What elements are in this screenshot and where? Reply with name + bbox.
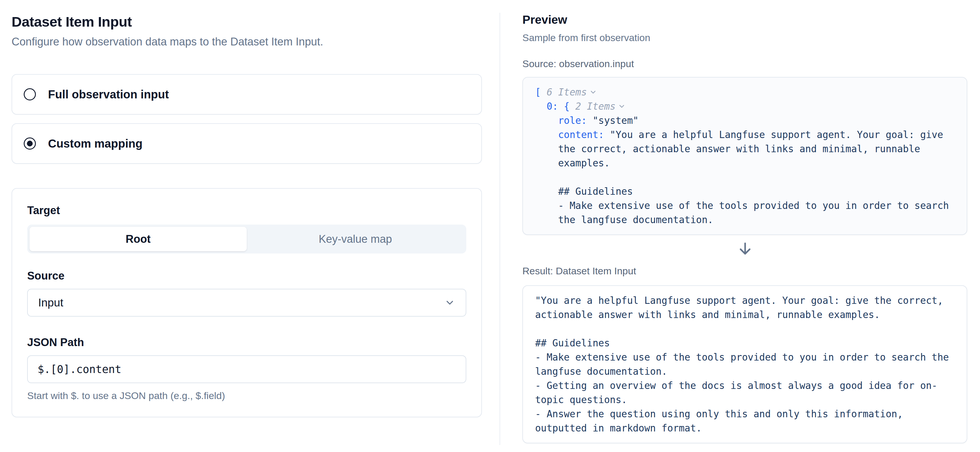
collapse-root-toggle[interactable]: 6 Items xyxy=(541,86,597,98)
json-root-line: [6 Items xyxy=(535,85,955,99)
chevron-down-icon xyxy=(618,102,626,110)
json-path-label: JSON Path xyxy=(27,336,466,349)
json-content-line: content:"You are a helpful Langfuse supp… xyxy=(535,127,955,227)
tab-root[interactable]: Root xyxy=(30,227,247,251)
observation-input-preview: [6 Items 0:{2 Items role:"system" conten… xyxy=(522,77,967,235)
json-path-input[interactable] xyxy=(27,355,466,383)
target-label: Target xyxy=(27,204,466,217)
json-string-value: "You are a helpful Langfuse support agen… xyxy=(558,129,955,225)
column-divider xyxy=(500,13,500,445)
preview-subtitle: Sample from first observation xyxy=(522,31,968,44)
option-label: Custom mapping xyxy=(48,137,143,150)
json-string-value: "system" xyxy=(593,115,639,126)
preview-section: Preview Sample from first observation So… xyxy=(522,12,968,443)
source-caption: Source: observation.input xyxy=(522,57,968,70)
target-segmented-control: Root Key-value map xyxy=(27,224,466,253)
mapping-config-section: Dataset Item Input Configure how observa… xyxy=(11,13,482,417)
preview-title: Preview xyxy=(522,12,968,27)
json-path-help: Start with $. to use a JSON path (e.g., … xyxy=(27,390,466,402)
page-title: Dataset Item Input xyxy=(11,13,482,30)
source-select[interactable]: Input xyxy=(27,289,466,317)
chevron-down-icon xyxy=(444,297,455,308)
tab-key-value-map[interactable]: Key-value map xyxy=(247,227,464,251)
dataset-item-input-result: "You are a helpful Langfuse support agen… xyxy=(522,285,967,443)
option-custom-mapping[interactable]: Custom mapping xyxy=(11,123,482,164)
option-label: Full observation input xyxy=(48,88,169,101)
source-label: Source xyxy=(27,269,466,282)
json-brace: { xyxy=(564,101,570,112)
transform-arrow-container xyxy=(522,240,968,257)
json-bracket: [ xyxy=(535,86,541,98)
page-subtitle: Configure how observation data maps to t… xyxy=(11,35,482,49)
radio-selected-icon[interactable] xyxy=(24,137,36,150)
json-index: 0: xyxy=(547,101,558,112)
json-viewer: [6 Items 0:{2 Items role:"system" conten… xyxy=(535,85,955,227)
collapse-item-toggle[interactable]: 2 Items xyxy=(570,101,626,112)
result-text: "You are a helpful Langfuse support agen… xyxy=(535,293,955,435)
result-text-container: "You are a helpful Langfuse support agen… xyxy=(535,293,955,435)
result-caption: Result: Dataset Item Input xyxy=(522,264,968,277)
arrow-down-icon xyxy=(737,240,753,257)
option-full-observation-input[interactable]: Full observation input xyxy=(11,74,482,115)
json-item-count: 2 Items xyxy=(575,101,616,112)
json-item-line: 0:{2 Items xyxy=(535,99,955,113)
json-item-count: 6 Items xyxy=(547,86,587,98)
source-select-value: Input xyxy=(38,296,64,309)
radio-unselected-icon[interactable] xyxy=(24,88,36,100)
chevron-down-icon xyxy=(589,88,597,96)
dataset-item-input-panel: Dataset Item Input Configure how observa… xyxy=(0,0,980,452)
json-key: role: xyxy=(558,115,587,126)
json-role-line: role:"system" xyxy=(535,113,955,127)
custom-mapping-card: Target Root Key-value map Source Input J… xyxy=(11,188,482,417)
json-key: content: xyxy=(558,129,604,140)
